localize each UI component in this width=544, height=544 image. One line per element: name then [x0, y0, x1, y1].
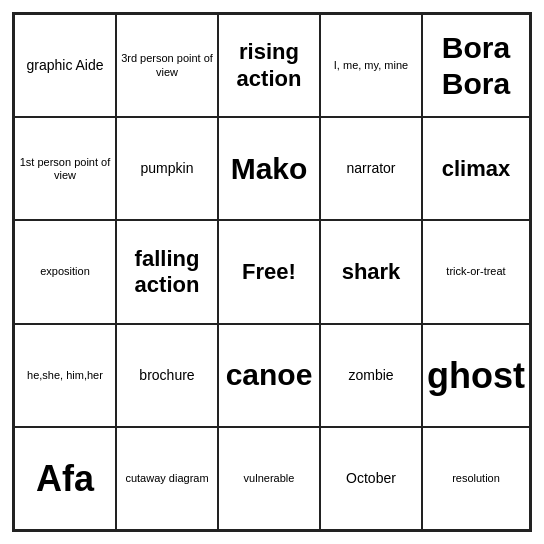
cell-text-24: resolution	[427, 472, 525, 485]
bingo-cell-0: graphic Aide	[14, 14, 116, 117]
bingo-cell-17: canoe	[218, 324, 320, 427]
bingo-cell-18: zombie	[320, 324, 422, 427]
bingo-cell-9: climax	[422, 117, 530, 220]
cell-text-5: 1st person point of view	[19, 156, 111, 182]
cell-text-2: rising action	[223, 39, 315, 92]
cell-text-11: falling action	[121, 246, 213, 299]
cell-text-3: I, me, my, mine	[325, 59, 417, 72]
bingo-cell-21: cutaway diagram	[116, 427, 218, 530]
bingo-cell-16: brochure	[116, 324, 218, 427]
cell-text-21: cutaway diagram	[121, 472, 213, 485]
cell-text-1: 3rd person point of view	[121, 52, 213, 78]
bingo-cell-19: ghost	[422, 324, 530, 427]
bingo-cell-8: narrator	[320, 117, 422, 220]
cell-text-10: exposition	[19, 265, 111, 278]
bingo-cell-3: I, me, my, mine	[320, 14, 422, 117]
bingo-cell-15: he,she, him,her	[14, 324, 116, 427]
bingo-cell-5: 1st person point of view	[14, 117, 116, 220]
bingo-cell-2: rising action	[218, 14, 320, 117]
bingo-cell-23: October	[320, 427, 422, 530]
bingo-cell-12: Free!	[218, 220, 320, 323]
cell-text-18: zombie	[325, 367, 417, 384]
cell-text-9: climax	[427, 156, 525, 182]
cell-text-17: canoe	[223, 357, 315, 393]
bingo-cell-11: falling action	[116, 220, 218, 323]
bingo-cell-20: Afa	[14, 427, 116, 530]
cell-text-6: pumpkin	[121, 160, 213, 177]
bingo-cell-24: resolution	[422, 427, 530, 530]
bingo-cell-10: exposition	[14, 220, 116, 323]
cell-text-14: trick-or-treat	[427, 265, 525, 278]
cell-text-12: Free!	[223, 259, 315, 285]
bingo-cell-7: Mako	[218, 117, 320, 220]
bingo-cell-14: trick-or-treat	[422, 220, 530, 323]
cell-text-23: October	[325, 470, 417, 487]
cell-text-7: Mako	[223, 151, 315, 187]
cell-text-22: vulnerable	[223, 472, 315, 485]
bingo-cell-22: vulnerable	[218, 427, 320, 530]
cell-text-15: he,she, him,her	[19, 369, 111, 382]
cell-text-8: narrator	[325, 160, 417, 177]
cell-text-19: ghost	[427, 354, 525, 397]
cell-text-0: graphic Aide	[19, 57, 111, 74]
bingo-cell-13: shark	[320, 220, 422, 323]
bingo-cell-1: 3rd person point of view	[116, 14, 218, 117]
bingo-cell-6: pumpkin	[116, 117, 218, 220]
cell-text-13: shark	[325, 259, 417, 285]
cell-text-16: brochure	[121, 367, 213, 384]
bingo-cell-4: Bora Bora	[422, 14, 530, 117]
bingo-grid: graphic Aide3rd person point of viewrisi…	[12, 12, 532, 532]
cell-text-20: Afa	[19, 457, 111, 500]
cell-text-4: Bora Bora	[427, 30, 525, 102]
